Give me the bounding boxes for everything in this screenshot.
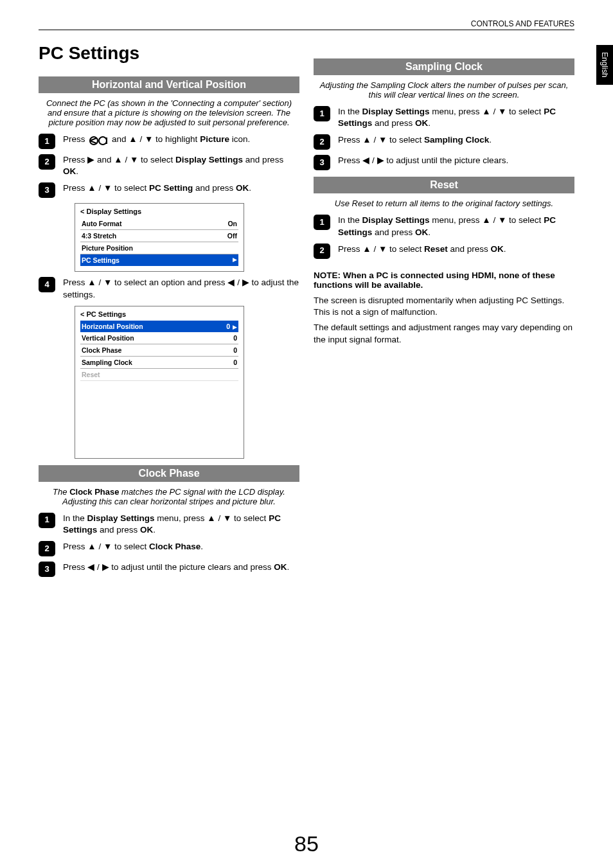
section-heading-hv: Horizontal and Vertical Position (39, 76, 299, 93)
step-badge-4: 4 (39, 277, 55, 292)
language-tab: English (596, 45, 613, 85)
step-badge-1: 1 (39, 513, 55, 528)
menu-row: 4:3 StretchOff (80, 230, 238, 242)
step-badge-3: 3 (39, 562, 55, 577)
step-badge-2: 2 (39, 154, 55, 170)
step-text: Press ▶ and ▲ / ▼ to select Display Sett… (63, 154, 299, 177)
section-heading-reset: Reset (314, 177, 574, 193)
menu-row-dim: Reset (80, 369, 238, 381)
menu-title: < Display Settings (80, 208, 238, 215)
up-down-icon: ▲ / ▼ (114, 155, 138, 164)
right-arrow-icon: ▶ (230, 324, 237, 330)
step-text: Press ▲ / ▼ to select Reset and press OK… (338, 244, 574, 255)
body-text: The default settings and adjustment rang… (314, 322, 574, 345)
step-badge-2: 2 (314, 134, 330, 150)
menu-row: Picture Position (80, 242, 238, 254)
up-down-icon: ▲ / ▼ (87, 542, 112, 551)
page-number: 85 (0, 831, 613, 856)
menu-row: Clock Phase0 (80, 344, 238, 357)
header-divider (39, 30, 574, 30)
right-icon: ▶ (87, 155, 94, 164)
step-badge-1: 1 (314, 106, 330, 121)
step-text: Press and ▲ / ▼ to highlight Picture ico… (63, 134, 299, 146)
header-section: CONTROLS AND FEATURES (471, 19, 574, 28)
left-right-icon: ◀ / ▶ (362, 155, 384, 165)
step-text: In the Display Settings menu, press ▲ / … (63, 513, 299, 536)
intro-reset: Use Reset to return all items to the ori… (314, 199, 574, 208)
menu-title: < PC Settings (80, 310, 238, 318)
step-text: Press ▲ / ▼ to select PC Setting and pre… (63, 182, 299, 194)
step-text: Press ◀ / ▶ to adjust until the picture … (63, 562, 299, 573)
note-text: NOTE: When a PC is connected using HDMI,… (314, 270, 574, 290)
left-right-icon: ◀ / ▶ (87, 562, 109, 572)
step-badge-2: 2 (314, 244, 330, 259)
left-right-icon: ◀ / ▶ (227, 278, 249, 287)
section-heading-clock-phase: Clock Phase (39, 465, 299, 482)
up-down-icon: ▲ / ▼ (482, 215, 506, 225)
quick-menu-icon (87, 135, 109, 146)
menu-display-settings: < Display Settings Auto FormatOn 4:3 Str… (75, 203, 244, 272)
page-title: PC Settings (39, 43, 299, 64)
up-down-icon: ▲ / ▼ (87, 278, 112, 287)
step-badge-2: 2 (39, 541, 55, 556)
menu-row: Vertical Position0 (80, 332, 238, 344)
intro-sampling: Adjusting the Sampling Clock alters the … (314, 80, 574, 100)
step-badge-1: 1 (39, 134, 55, 149)
step-badge-3: 3 (39, 182, 55, 198)
intro-clock-phase: The Clock Phase matches the PC signal wi… (39, 487, 299, 506)
menu-row: Auto FormatOn (80, 218, 238, 230)
up-down-icon: ▲ / ▼ (482, 107, 506, 116)
step-text: Press ▲ / ▼ to select Sampling Clock. (338, 134, 574, 146)
up-down-icon: ▲ / ▼ (362, 244, 387, 254)
menu-pc-settings: < PC Settings Horizontal Position0▶ Vert… (75, 306, 244, 459)
up-down-icon: ▲ / ▼ (87, 183, 112, 193)
menu-row-selected: Horizontal Position0▶ (80, 321, 238, 332)
step-badge-3: 3 (314, 155, 330, 170)
step-text: Press ◀ / ▶ to adjust until the picture … (338, 155, 574, 166)
step-text: Press ▲ / ▼ to select Clock Phase. (63, 541, 299, 553)
up-down-icon: ▲ / ▼ (207, 513, 231, 523)
step-badge-1: 1 (314, 215, 330, 230)
body-text: The screen is disrupted momentarily when… (314, 295, 574, 318)
menu-row-selected: PC Settings▶ (80, 254, 238, 266)
menu-row: Sampling Clock0 (80, 357, 238, 369)
up-down-icon: ▲ / ▼ (362, 135, 387, 145)
step-text: In the Display Settings menu, press ▲ / … (338, 106, 574, 129)
section-heading-sampling: Sampling Clock (314, 58, 574, 75)
intro-hv: Connect the PC (as shown in the 'Connect… (39, 98, 299, 127)
step-text: In the Display Settings menu, press ▲ / … (338, 215, 574, 238)
step-text: Press ▲ / ▼ to select an option and pres… (63, 277, 299, 300)
up-down-icon: ▲ / ▼ (129, 134, 153, 144)
right-arrow-icon: ▶ (230, 256, 237, 264)
